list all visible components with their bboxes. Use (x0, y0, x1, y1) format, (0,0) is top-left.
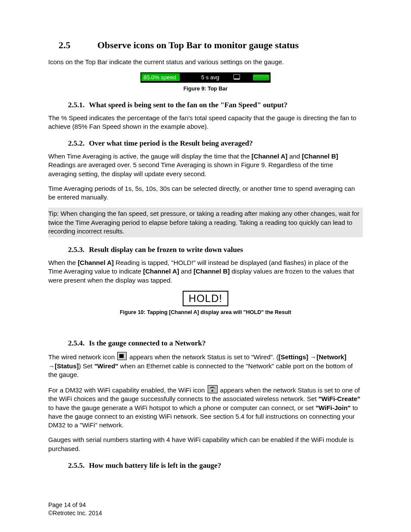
top-bar-icon: 85.0% speed 5 s avg (140, 72, 271, 83)
subsection-heading: 2.5.5. How much battery life is left in … (68, 461, 363, 471)
subsection-number: 2.5.5. (68, 461, 84, 470)
section-number: 2.5 (59, 39, 97, 52)
figure-9-caption: Figure 9: Top Bar (48, 85, 363, 93)
body-text: The wired network icon appears when the … (48, 352, 363, 379)
figure-10-image: HOLD! (48, 291, 363, 306)
status-label: [Status] (55, 362, 79, 370)
subsection-number: 2.5.1. (68, 101, 84, 109)
arrow-icon: → (48, 362, 55, 370)
tip-box: Tip: When changing the fan speed, set pr… (48, 208, 363, 237)
avg-label: 5 s avg (201, 74, 219, 81)
arrow-icon: → (310, 353, 317, 361)
section-title: Observe icons on Top Bar to monitor gaug… (97, 40, 299, 50)
subsection-title: Over what time period is the Result bein… (89, 139, 253, 147)
network-label: [Network] (317, 353, 346, 361)
page-number: Page 14 of 94 (48, 501, 102, 509)
speed-label: 85.0% speed (141, 73, 180, 81)
subsection-title: How much battery life is left in the gau… (89, 461, 221, 470)
intro-paragraph: Icons on the Top Bar indicate the curren… (48, 58, 363, 66)
copyright: ©Retrotec Inc. 2014 (48, 509, 102, 517)
body-text: Gauges with serial numbers starting with… (48, 436, 363, 453)
body-text: Time Averaging periods of 1s, 5s, 10s, 3… (48, 184, 363, 202)
battery-icon (253, 75, 269, 81)
body-text: When the [Channel A] Reading is tapped, … (48, 258, 363, 285)
channel-a-label: [Channel A] (252, 152, 288, 160)
page-footer: Page 14 of 94 ©Retrotec Inc. 2014 (48, 501, 102, 517)
subsection-number: 2.5.4. (68, 339, 84, 347)
subsection-number: 2.5.3. (68, 246, 84, 254)
body-text: The % Speed indicates the percentage of … (48, 114, 363, 131)
subsection-title: What speed is being sent to the fan on t… (89, 101, 287, 109)
subsection-heading: 2.5.4. Is the gauge connected to a Netwo… (68, 339, 363, 348)
wifi-icon (208, 385, 218, 393)
figure-9-image: 85.0% speed 5 s avg (48, 72, 363, 83)
subsection-title: Result display can be frozen to write do… (89, 246, 243, 254)
subsection-title: Is the gauge connected to a Network? (89, 339, 206, 347)
wifi-join-label: "WiFi-Join" (315, 404, 351, 411)
screen-icon (234, 74, 240, 80)
channel-a-label: [Channel A] (78, 259, 114, 266)
channel-a-label: [Channel A] (143, 268, 179, 275)
channel-b-label: [Channel B] (302, 152, 338, 160)
wired-network-icon (117, 352, 127, 360)
subsection-number: 2.5.2. (68, 139, 84, 147)
settings-label: [Settings] (278, 353, 308, 361)
hold-indicator: HOLD! (183, 291, 228, 306)
channel-b-label: [Channel B] (193, 268, 230, 275)
wired-label: "Wired" (94, 362, 118, 370)
subsection-heading: 2.5.2. Over what time period is the Resu… (68, 139, 363, 149)
subsection-heading: 2.5.1. What speed is being sent to the f… (68, 100, 363, 110)
subsection-heading: 2.5.3. Result display can be frozen to w… (68, 245, 363, 255)
body-text: For a DM32 with WiFi capability enabled,… (48, 385, 363, 429)
section-heading: 2.5Observe icons on Top Bar to monitor g… (48, 39, 363, 52)
figure-10-caption: Figure 10: Tapping [Channel A] display a… (48, 309, 363, 316)
wifi-create-label: "WiFi-Create" (318, 395, 360, 402)
body-text: When Time Averaging is active, the gauge… (48, 152, 363, 178)
